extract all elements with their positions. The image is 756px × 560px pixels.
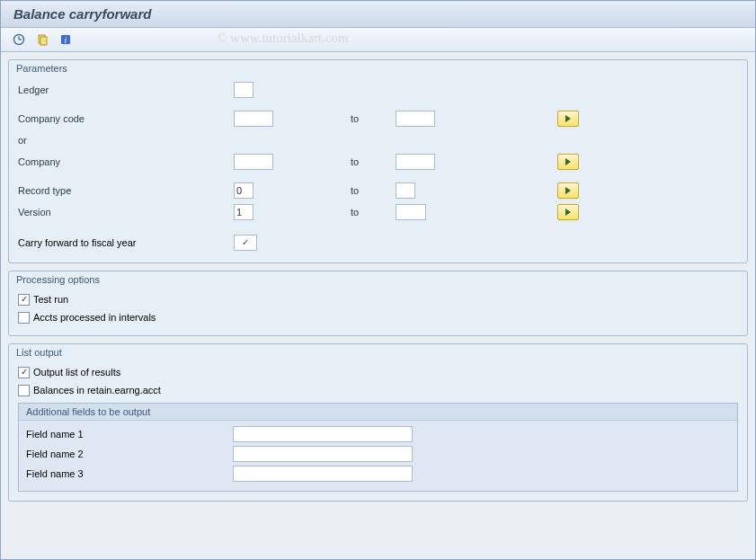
content-area: Parameters Ledger Company code to or [1,52,755,516]
field3-input[interactable] [233,466,413,482]
page-title: Balance carryforward [1,1,755,28]
output-list-row: Output list of results [18,363,738,381]
company-to-label: to [351,156,396,167]
variant-icon[interactable] [33,31,51,48]
company-row: Company to [18,151,738,173]
additional-fields-group: Additional fields to be output Field nam… [18,403,738,492]
accts-intervals-label: Accts processed in intervals [33,312,156,323]
record-type-row: Record type to [18,180,738,201]
company-code-multi-button[interactable] [557,111,579,127]
info-icon[interactable]: i [57,31,75,48]
field1-row: Field name 1 [26,424,730,444]
record-type-to-label: to [351,185,396,196]
field1-input[interactable] [233,426,413,442]
carry-forward-checkbox[interactable] [234,235,257,251]
arrow-right-icon [565,115,571,122]
test-run-row: Test run [18,290,738,308]
record-type-multi-button[interactable] [557,182,579,199]
processing-options-title: Processing options [9,271,747,287]
field3-row: Field name 3 [26,464,730,484]
balances-retained-label: Balances in retain.earng.acct [33,385,161,396]
arrow-right-icon [565,209,571,216]
carry-forward-label: Carry forward to fiscal year [18,237,234,248]
parameters-group: Parameters Ledger Company code to or [8,59,748,263]
svg-text:i: i [65,35,67,45]
field2-row: Field name 2 [26,444,730,464]
field2-input[interactable] [233,446,413,462]
accts-intervals-checkbox[interactable] [18,312,30,324]
svg-rect-4 [40,37,47,45]
processing-options-group: Processing options Test run Accts proces… [8,271,748,336]
company-code-to-label: to [351,113,396,124]
version-from-input[interactable] [234,204,253,220]
toolbar: i © www.tutorialkart.com [1,28,755,52]
output-list-label: Output list of results [33,367,120,378]
list-output-title: List output [9,344,747,360]
ledger-label: Ledger [18,84,234,95]
accts-intervals-row: Accts processed in intervals [18,308,738,326]
field1-label: Field name 1 [26,429,233,440]
company-label: Company [18,156,234,167]
ledger-input[interactable] [234,82,253,98]
company-code-from-input[interactable] [234,111,273,127]
company-code-label: Company code [18,113,234,124]
company-to-input[interactable] [396,154,435,170]
balances-retained-checkbox[interactable] [18,385,30,396]
company-code-row: Company code to [18,108,738,129]
or-row: or [18,129,738,151]
execute-icon[interactable] [10,31,28,48]
record-type-label: Record type [18,185,234,196]
test-run-checkbox[interactable] [18,294,30,306]
arrow-right-icon [565,158,571,165]
arrow-right-icon [565,187,571,194]
carry-forward-row: Carry forward to fiscal year [18,232,738,253]
company-code-to-input[interactable] [396,111,435,127]
ledger-row: Ledger [18,79,738,101]
company-multi-button[interactable] [557,154,579,170]
record-type-to-input[interactable] [396,182,415,199]
field2-label: Field name 2 [26,449,233,459]
version-multi-button[interactable] [557,204,579,220]
list-output-group: List output Output list of results Balan… [8,343,748,502]
check-icon [240,237,252,249]
version-row: Version to [18,201,738,223]
or-label: or [18,135,234,146]
test-run-label: Test run [33,294,68,305]
record-type-from-input[interactable] [234,182,253,199]
version-to-input[interactable] [396,204,426,220]
field3-label: Field name 3 [26,468,233,479]
watermark-text: © www.tutorialkart.com [217,31,349,46]
balances-retained-row: Balances in retain.earng.acct [18,381,738,399]
output-list-checkbox[interactable] [18,367,30,378]
parameters-title: Parameters [9,60,747,76]
version-label: Version [18,207,234,218]
version-to-label: to [351,207,396,218]
additional-fields-title: Additional fields to be output [19,404,737,421]
company-from-input[interactable] [234,154,273,170]
